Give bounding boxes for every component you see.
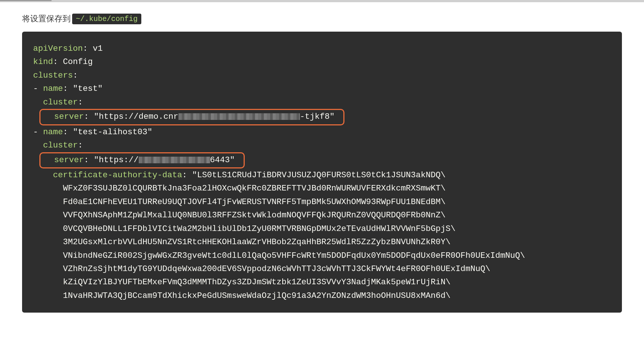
yaml-key: kind (33, 57, 53, 67)
cad-value: 3M2UGsxMlcrbVVLdHU5NnZVS1RtcHHEKOHlaaWZr… (63, 237, 450, 247)
config-path: ~/.kube/config (72, 14, 141, 24)
yaml-key: cluster (43, 97, 78, 107)
yaml-key: name (43, 84, 63, 93)
intro-text: 将设置保存到 ~/.kube/config (22, 13, 622, 24)
server-url-2-pre: "https:// (94, 155, 139, 165)
cad-value: "LS0tLS1CRUdJTiBDRVJUSUZJQ0FURS0tLS0tCk1… (192, 170, 446, 180)
page-content: 将设置保存到 ~/.kube/config apiVersion: v1 kin… (0, 2, 644, 313)
cad-value: 0VCQVBHeDNLL1FFDblVICitWa2M2bHlibUlDb1Zy… (63, 224, 456, 234)
yaml-value: v1 (93, 44, 103, 53)
yaml-key: apiVersion (33, 44, 83, 53)
highlight-box-server-1: server: "https://demo.cnr-tjkf8" (39, 109, 344, 125)
cad-value: Fd0aE1CNFhEVEU1TURReU9UQTJOVFl4TjFvWERUS… (63, 197, 446, 207)
server-url-1-post: -tjkf8" (300, 112, 335, 121)
server-url-2-post: 6443" (210, 155, 235, 165)
yaml-key: clusters (33, 71, 73, 80)
cad-value: VZhRnZsSjhtM1dyTG9YUDdqeWxwa200dEV6SVppo… (63, 264, 490, 274)
cad-value: VNibndNeGZiR002SjgwWGxZR3gveWt1c0dlL0lQa… (63, 251, 525, 260)
cad-value: kZiQVIzYlBJYUFTbEMxeFVmQ3dMMMThDZys3ZDJm… (63, 277, 450, 287)
server-url-1-pre: "https://demo.cnr (94, 112, 178, 121)
yaml-key: server (54, 155, 84, 165)
cad-value: WFxZ0F3SUJBZ0lCQURBTkJna3Foa2lHOXcwQkFRc… (63, 184, 446, 193)
yaml-value: Config (63, 57, 93, 67)
cad-value: 1NvaHRJWTA3QjBCcam9TdXhickxPeGdUSmsweWda… (63, 291, 450, 300)
intro-prefix: 将设置保存到 (22, 13, 71, 24)
yaml-key: name (43, 127, 63, 137)
yaml-code-block: apiVersion: v1 kind: Config clusters: - … (22, 32, 622, 313)
cluster-name-2: "test-alihost03" (73, 127, 152, 137)
cluster-name-1: "test" (73, 84, 103, 93)
cad-value: VVFQXhNSAphM1ZpWlMxallUQ0NBU0l3RFFZSktvW… (63, 210, 446, 220)
redacted-text (139, 157, 210, 163)
yaml-key: cluster (43, 140, 78, 150)
yaml-key: server (54, 112, 84, 121)
redacted-text (178, 113, 300, 120)
yaml-key: certificate-authority-data (53, 170, 182, 180)
highlight-box-server-2: server: "https://6443" (39, 152, 245, 168)
